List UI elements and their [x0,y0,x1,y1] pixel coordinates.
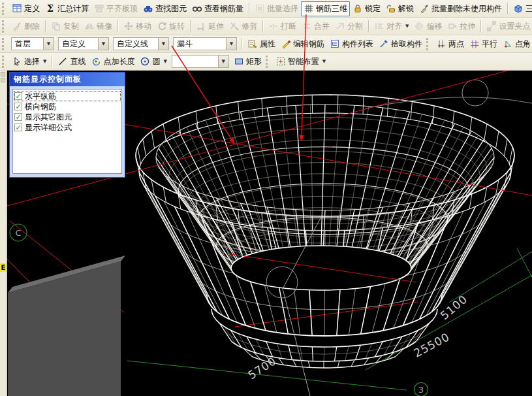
toolbar-row-2: 删除复制镜像移动旋转延伸修剪打断合并分割对齐▼偏移拉伸设置夹点 [0,18,532,35]
point-angle-button[interactable]: 点角▼ [500,37,532,52]
rectangle-button[interactable]: 矩形 [231,54,264,69]
button-label: 查看钢筋量 [204,3,243,14]
break-button[interactable]: 打断 [266,19,299,34]
view-3d-button[interactable]: 三维 [510,1,532,16]
toolbar-separator [45,20,46,32]
trim-button[interactable]: 修剪 [227,19,260,34]
button-label: 圆 [152,56,160,67]
binoculars-icon [143,3,153,14]
split-button[interactable]: 分割 [332,19,366,34]
curve-select-combo[interactable]: ▼ [172,55,229,68]
offset-button[interactable]: 偏移 [411,19,445,34]
dock-mini-button[interactable] [1,78,5,82]
align-slab-top-button[interactable]: 平齐板顶 [91,1,140,16]
align-button[interactable]: 对齐▼ [371,19,411,34]
smart-layout-button[interactable]: 智能布置▼ [273,54,328,69]
panel-item-0[interactable]: ✓水平纵筋 [14,91,121,101]
batch-delete-unused-button[interactable]: 批量删除未使用构件 [416,1,505,16]
find-element-button[interactable]: 查找图元 [140,1,189,16]
toolbar-grip[interactable] [2,20,7,33]
summary-calc-button[interactable]: Σ汇总计算 [42,1,91,16]
chevron-down-icon[interactable]: ▼ [218,56,228,67]
button-label: 平齐板顶 [106,3,138,14]
checkbox-checked-icon[interactable]: ✓ [14,124,22,131]
component-list-button[interactable]: 构件列表 [327,37,376,52]
panel-item-label: 横向钢筋 [25,101,56,112]
component-name-combo[interactable]: 漏斗▼ [173,37,237,50]
glasses-icon [192,3,202,14]
ggrip-icon [486,21,497,31]
button-label: 修剪 [242,21,257,32]
extend-button[interactable]: 延伸 [193,19,227,34]
chevron-down-icon[interactable]: ▼ [226,38,236,50]
toolbar-grip[interactable] [426,38,431,50]
define-button[interactable]: 定义 [9,1,42,16]
mirror-button[interactable]: 镜像 [82,19,115,34]
panel-item-label: 水平纵筋 [25,91,56,102]
button-label: 镜像 [97,21,112,32]
move-button[interactable]: 移动 [121,19,154,34]
delete-button[interactable]: 删除 [9,19,42,34]
select-button[interactable]: 选择▼ [9,54,49,69]
toolbar-separator [507,3,508,14]
panel-item-1[interactable]: ✓横向钢筋 [14,101,121,112]
floor-select-combo[interactable]: 首层▼ [11,37,54,50]
toolbar-separator [52,56,52,67]
batch-select-button[interactable]: 批量选择 [252,1,301,16]
chevron-down-icon[interactable]: ▼ [158,38,168,50]
unlock-button[interactable]: 解锁 [383,1,416,16]
galign-icon [374,21,384,31]
panel-item-2[interactable]: ✓显示其它图元 [14,112,121,122]
rect-icon [234,56,244,67]
rebar-3d-button[interactable]: 钢筋三维 [301,1,350,16]
button-label: 钢筋三维 [316,3,347,14]
button-label: 选择 [24,56,40,67]
panel-item-3[interactable]: ✓显示详细公式 [14,122,121,133]
component-type-combo[interactable]: 自定义▼ [58,37,109,50]
combo-value: 自定义 [59,39,98,50]
toolbar-grip[interactable] [2,3,7,15]
circle-button[interactable]: 圆▼ [137,54,169,69]
toolbar-grip[interactable] [266,56,270,68]
chevron-down-icon[interactable]: ▼ [98,38,108,50]
two-point-button[interactable]: 两点 [433,37,467,52]
button-label: 属性 [260,39,275,50]
chevron-down-icon[interactable]: ▼ [43,38,54,50]
copy-button[interactable]: 复制 [48,19,82,34]
view-rebar-qty-button[interactable]: 查看钢筋量 [189,1,246,16]
gext-icon [196,21,206,31]
straight-line-button[interactable]: 直线 [55,54,88,69]
set-grips-button[interactable]: 设置夹点 [484,19,532,34]
checkbox-checked-icon[interactable]: ✓ [14,113,22,121]
toolbar-grip[interactable] [2,38,7,50]
toolbar-grip[interactable] [2,56,7,68]
checkbox-checked-icon[interactable]: ✓ [14,92,22,100]
parallel-button[interactable]: 平行 [467,37,500,52]
rebar-display-control-panel[interactable]: 钢筋显示控制面板 ✓水平纵筋✓横向钢筋✓显示其它图元✓显示详细公式 [9,72,125,178]
toolbar-row-1: 定义Σ汇总计算平齐板顶查找图元查看钢筋量批量选择钢筋三维锁定解锁批量删除未使用构… [0,0,532,18]
merge-button[interactable]: 合并 [299,19,332,34]
chevron-down-icon: ▼ [163,59,166,64]
toolbar-row-3: 首层▼自定义▼自定义线▼漏斗▼属性编辑钢筋构件列表拾取构件两点平行点角▼三点辅轴 [0,35,532,53]
rotate-button[interactable]: 旋转 [154,19,187,34]
button-label: 查找图元 [155,3,187,14]
point-plus-length-button[interactable]: 点加长度 [88,54,137,69]
line-type-combo[interactable]: 自定义线▼ [113,37,169,50]
panel-checkbox-list[interactable]: ✓水平纵筋✓横向钢筋✓显示其它图元✓显示详细公式 [12,89,122,174]
svg-text:C: C [15,228,21,238]
stretch-button[interactable]: 拉伸 [445,19,478,34]
pick-component-button[interactable]: 拾取构件 [376,37,425,52]
button-label: 点角 [515,39,531,50]
combo-value: 首层 [12,39,43,50]
button-label: 矩形 [246,56,262,67]
edit-rebar-button[interactable]: 编辑钢筋 [278,37,327,52]
chevron-down-icon: ▼ [43,59,46,64]
button-label: 定义 [24,3,40,14]
button-label: 删除 [24,21,40,32]
lock-button[interactable]: 锁定 [350,1,383,16]
dock-mini-button[interactable] [1,72,5,76]
button-label: 解锁 [398,3,414,14]
checkbox-checked-icon[interactable]: ✓ [14,103,22,110]
panel-title[interactable]: 钢筋显示控制面板 [10,73,125,86]
properties-button[interactable]: 属性 [245,37,278,52]
